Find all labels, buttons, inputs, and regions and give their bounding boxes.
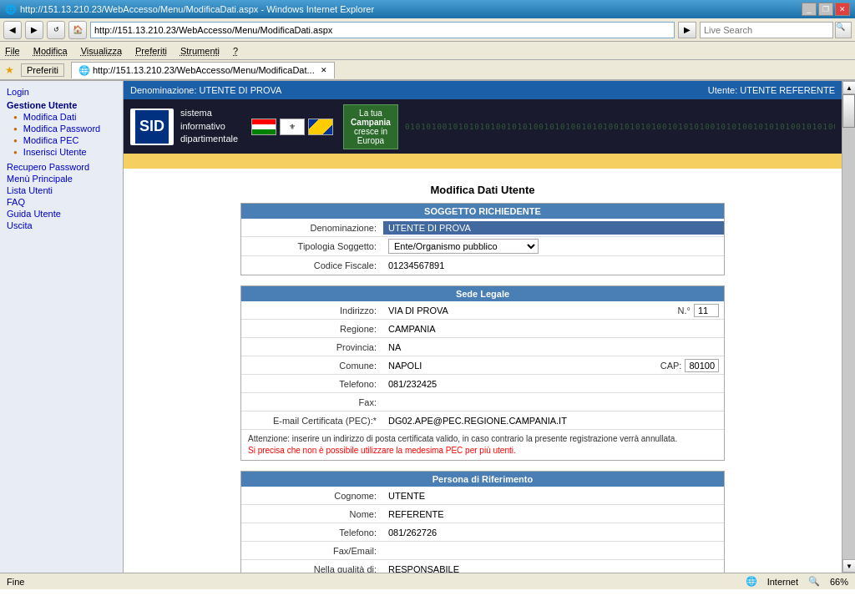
address-bar: ◀ ▶ ↺ 🏠 ▶ 🔍 [0, 18, 855, 42]
bullet-icon: ● [13, 114, 18, 121]
tipologia-dropdown-container: Ente/Organismo pubblico [383, 237, 724, 255]
indirizzo-value: VIA DI PROVA [388, 305, 675, 316]
page-title: Modifica Dati Utente [240, 184, 725, 196]
sidebar-item-menu-principale[interactable]: Menù Principale [3, 173, 119, 184]
search-go-button[interactable]: 🔍 [835, 22, 852, 38]
sidebar-item-login[interactable]: Login [3, 86, 119, 98]
go-button[interactable]: ▶ [678, 22, 696, 38]
sidebar-item-guida-utente[interactable]: Guida Utente [3, 208, 119, 220]
zoom-level: 66% [830, 577, 848, 587]
browser-tab[interactable]: 🌐 http://151.13.210.23/WebAccesso/Menu/M… [71, 62, 335, 78]
qualita-label: Nella qualità di: [241, 563, 383, 573]
denominazione-label: Denominazione: [241, 221, 383, 235]
tipologia-select[interactable]: Ente/Organismo pubblico [388, 239, 539, 254]
tipologia-label: Tipologia Soggetto: [241, 240, 383, 253]
telefono2-value: 081/262726 [383, 526, 724, 539]
persona-header: Persona di Riferimento [241, 472, 724, 487]
sidebar-item-modifica-pec[interactable]: Modifica PEC [20, 134, 83, 146]
numero-label: N.° [675, 305, 694, 316]
soggetto-section: SOGGETTO RICHIEDENTE Denominazione: UTEN… [240, 203, 725, 275]
regione-row: Regione: CAMPANIA [241, 320, 724, 338]
warning-text-2: Si precisa che non è possibile utilizzar… [248, 446, 516, 455]
pec-value: DG02.APE@PEC.REGIONE.CAMPANIA.IT [383, 414, 724, 427]
fax-email-row: Fax/Email: [241, 542, 724, 560]
qualita-row: Nella qualità di: RESPONSABILE [241, 560, 724, 573]
sidebar-item-faq[interactable]: FAQ [3, 196, 119, 208]
scroll-thumb[interactable] [842, 94, 855, 128]
sidebar-item-lista-utenti[interactable]: Lista Utenti [3, 184, 119, 196]
soggetto-header: SOGGETTO RICHIEDENTE [241, 204, 724, 219]
denominazione-row: Denominazione: UTENTE DI PROVA [241, 219, 724, 237]
internet-zone-label: Internet [767, 577, 798, 587]
menu-preferiti[interactable]: Preferiti [135, 46, 167, 56]
sidebar-item-uscita[interactable]: Uscita [3, 220, 119, 231]
cognome-label: Cognome: [241, 489, 383, 502]
zoom-icon: 🔍 [808, 576, 820, 587]
bullet-icon: ● [13, 137, 18, 144]
title-bar: 🌐 http://151.13.210.23/WebAccesso/Menu/M… [0, 0, 855, 18]
nome-label: Nome: [241, 507, 383, 521]
favorites-label[interactable]: Preferiti [21, 63, 64, 77]
menu-modifica[interactable]: Modifica [33, 46, 68, 56]
minimize-button[interactable]: _ [802, 3, 817, 16]
denominazione-value: UTENTE DI PROVA [383, 221, 724, 235]
sidebar-item-modifica-dati[interactable]: Modifica Dati [20, 111, 80, 123]
menu-visualizza[interactable]: Visualizza [81, 46, 122, 56]
refresh-button[interactable]: ↺ [47, 21, 65, 39]
restore-button[interactable]: ❐ [818, 3, 833, 16]
campania-banner: La tua Campania cresce in Europa [343, 104, 398, 149]
eu-flag-icon [308, 119, 333, 135]
sidebar-item-modifica-password[interactable]: Modifica Password [20, 123, 104, 134]
main-content: Denominazione: UTENTE DI PROVA Utente: U… [124, 81, 842, 573]
close-button[interactable]: ✕ [835, 3, 850, 16]
tab-label: http://151.13.210.23/WebAccesso/Menu/Mod… [93, 65, 315, 75]
persona-section: Persona di Riferimento Cognome: UTENTE N… [240, 471, 725, 573]
pec-label: E-mail Certificata (PEC):* [241, 414, 383, 427]
back-button[interactable]: ◀ [3, 21, 22, 39]
sidebar-item-inserisci-utente[interactable]: Inserisci Utente [20, 146, 90, 158]
tab-icon: 🌐 [78, 65, 90, 76]
menu-help[interactable]: ? [233, 46, 238, 56]
pec-row: E-mail Certificata (PEC):* DG02.APE@PEC.… [241, 412, 724, 430]
numero-value: 11 [694, 304, 719, 317]
address-input[interactable] [90, 22, 675, 38]
nome-value: REFERENTE [383, 507, 724, 521]
top-banner: Denominazione: UTENTE DI PROVA Utente: U… [124, 81, 842, 99]
provincia-label: Provincia: [241, 341, 383, 354]
pec-warning: Attenzione: inserire un indirizzo di pos… [241, 430, 724, 460]
indirizzo-row: Indirizzo: VIA DI PROVA N.° 11 [241, 301, 724, 320]
scrollbar[interactable]: ▲ ▼ [842, 81, 855, 573]
cap-value: 80100 [685, 359, 719, 372]
indirizzo-label: Indirizzo: [241, 304, 383, 317]
binary-background: 0101010010101010100101010010101001010100… [405, 103, 835, 150]
fax-row: Fax: [241, 393, 724, 412]
search-input[interactable] [700, 22, 833, 38]
comune-label: Comune: [241, 359, 383, 372]
status-bar: Fine 🌐 Internet 🔍 66% [0, 573, 855, 589]
italian-flag-icon [251, 119, 276, 135]
sede-section: Sede Legale Indirizzo: VIA DI PROVA N.° … [240, 285, 725, 461]
scroll-track[interactable] [842, 94, 855, 559]
comune-value: NAPOLI [388, 361, 657, 371]
forward-button[interactable]: ▶ [25, 21, 43, 39]
scroll-up-button[interactable]: ▲ [842, 81, 855, 94]
qualita-value: RESPONSABILE [383, 563, 724, 573]
cap-label: CAP: [657, 361, 686, 371]
sidebar-item-recupero-password[interactable]: Recupero Password [3, 161, 119, 173]
provincia-value: NA [383, 341, 724, 354]
codice-fiscale-row: Codice Fiscale: 01234567891 [241, 256, 724, 275]
fax-value [383, 401, 724, 404]
telefono2-label: Telefono: [241, 526, 383, 539]
menu-file[interactable]: File [5, 46, 20, 56]
denomination-label: Denominazione: UTENTE DI PROVA [130, 85, 281, 95]
menu-strumenti[interactable]: Strumenti [180, 46, 220, 56]
sidebar: Login Gestione Utente ● Modifica Dati ● … [0, 81, 124, 573]
tab-close-icon[interactable]: ✕ [321, 66, 327, 74]
campania-emblem-icon: ⚜ [280, 119, 305, 135]
user-label: Utente: UTENTE REFERENTE [708, 85, 835, 95]
home-button[interactable]: 🏠 [68, 21, 87, 39]
menu-bar: File Modifica Visualizza Preferiti Strum… [0, 42, 855, 60]
scroll-down-button[interactable]: ▼ [842, 559, 855, 573]
logo-text: sistema informativo dipartimentale [180, 107, 238, 145]
bullet-icon: ● [13, 125, 18, 133]
